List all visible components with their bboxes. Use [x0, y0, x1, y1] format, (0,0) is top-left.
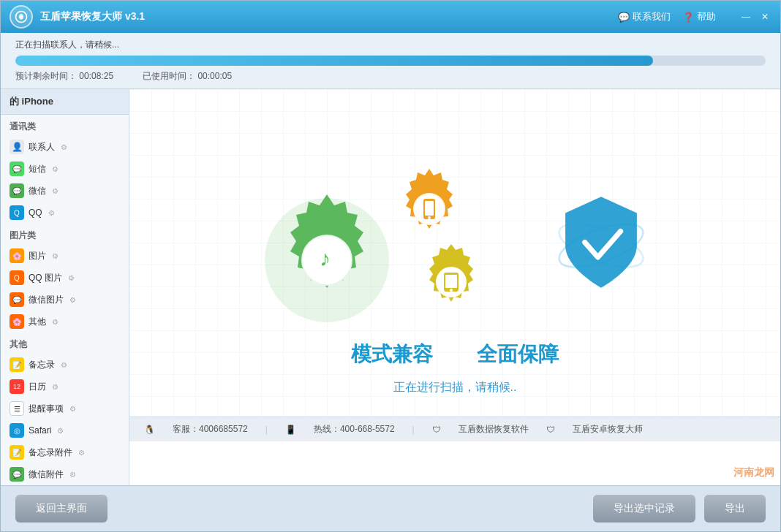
illustration: ♪: [254, 165, 656, 395]
bottom-right-buttons: 导出选中记录 导出: [593, 495, 766, 522]
other-photos-icon: 🌸: [10, 314, 24, 329]
scan-text: 正在扫描联系人，请稍候...: [15, 39, 766, 51]
app-title: 互盾苹果恢复大师 v3.1: [40, 10, 618, 23]
qqphoto-icon: Q: [10, 270, 24, 285]
software1-label[interactable]: 互盾数据恢复软件: [459, 423, 529, 436]
software1-icon: 🛡: [432, 425, 441, 435]
wechat-attach-icon: 💬: [10, 467, 24, 482]
sidebar-item-wechatphoto[interactable]: 💬 微信图片 ⚙: [1, 289, 129, 311]
sidebar-item-contacts[interactable]: 👤 联系人 ⚙: [1, 136, 129, 158]
svg-point-10: [428, 216, 431, 219]
back-to-main-button[interactable]: 返回主界面: [15, 495, 107, 522]
sidebar-item-wechat-attach[interactable]: 💬 微信附件 ⚙: [1, 463, 129, 485]
contacts-icon: 👤: [10, 140, 24, 154]
scan-times: 预计剩余时间： 00:08:25 已使用时间： 00:00:05: [15, 70, 766, 83]
bottom-bar: 返回主界面 导出选中记录 导出: [1, 485, 780, 531]
progress-fill: [15, 56, 653, 66]
app-logo: [10, 5, 33, 28]
section-title-other: 其他: [1, 332, 129, 354]
device-name: 的 iPhone: [1, 89, 129, 115]
sidebar-item-qqphoto[interactable]: Q QQ 图片 ⚙: [1, 267, 129, 289]
tagline-right: 全面保障: [477, 341, 559, 368]
wechatphoto-icon: 💬: [10, 292, 24, 307]
export-all-button[interactable]: 导出: [704, 495, 766, 522]
main-window: 互盾苹果恢复大师 v3.1 💬 联系我们 ❓ 帮助 — ✕ 正在扫描联系人，请稍…: [0, 0, 781, 532]
svg-point-1: [20, 15, 23, 19]
sidebar-item-other-photos[interactable]: 🌸 其他 ⚙: [1, 311, 129, 332]
contact-us-button[interactable]: 💬 联系我们: [618, 10, 671, 23]
help-icon: ❓: [682, 12, 694, 23]
svg-text:♪: ♪: [320, 246, 331, 270]
calendar-icon: 12: [10, 379, 24, 394]
software2-icon: 🛡: [546, 425, 555, 435]
qq-icon: Q: [10, 205, 24, 220]
sidebar-item-calendar[interactable]: 12 日历 ⚙: [1, 376, 129, 398]
watermark: 河南龙网: [733, 466, 774, 479]
tagline: 模式兼容 全面保障: [351, 341, 559, 368]
sidebar-item-safari[interactable]: ◎ Safari ⚙: [1, 419, 129, 441]
section-title-comms: 通讯类: [1, 115, 129, 136]
time-remaining: 预计剩余时间： 00:08:25: [15, 70, 113, 83]
footer-bar: 🐧 客服：4006685572 | 📱 热线：400-668-5572 | 🛡 …: [129, 417, 780, 441]
sidebar-item-qq[interactable]: Q QQ ⚙: [1, 202, 129, 224]
hotline-icon: 📱: [285, 425, 296, 435]
scanbar: 正在扫描联系人，请稍候... 预计剩余时间： 00:08:25 已使用时间： 0…: [1, 33, 780, 89]
notes-icon: 📝: [10, 357, 24, 372]
software2-label[interactable]: 互盾安卓恢复大师: [573, 423, 643, 436]
service-icon: 🐧: [144, 425, 155, 435]
sidebar-item-photos[interactable]: 🌸 图片 ⚙: [1, 245, 129, 267]
titlebar: 互盾苹果恢复大师 v3.1 💬 联系我们 ❓ 帮助 — ✕: [1, 1, 780, 33]
sidebar-item-reminder[interactable]: ☰ 提醒事项 ⚙: [1, 398, 129, 419]
tagline-left: 模式兼容: [351, 341, 433, 368]
gears-container: ♪: [254, 165, 656, 326]
close-button[interactable]: ✕: [758, 10, 771, 23]
help-button[interactable]: ❓ 帮助: [682, 10, 716, 23]
progress-track: [15, 56, 766, 66]
safari-icon: ◎: [10, 423, 24, 438]
sidebar-item-wechat[interactable]: 💬 微信 ⚙: [1, 180, 129, 202]
svg-point-15: [450, 289, 453, 292]
sidebar: 的 iPhone 通讯类 👤 联系人 ⚙ 💬 短信 ⚙ 💬 微信 ⚙ Q QQ: [1, 89, 129, 485]
gears-svg: ♪: [254, 165, 532, 326]
hotline-label[interactable]: 热线：400-668-5572: [314, 423, 395, 436]
service-label[interactable]: 客服：4006685572: [173, 423, 248, 436]
notepad-attach-icon: 📝: [10, 445, 24, 460]
window-controls: — ✕: [739, 10, 771, 23]
svg-rect-9: [425, 201, 434, 216]
minimize-button[interactable]: —: [739, 10, 752, 23]
export-selected-button[interactable]: 导出选中记录: [593, 495, 695, 522]
main-content: 的 iPhone 通讯类 👤 联系人 ⚙ 💬 短信 ⚙ 💬 微信 ⚙ Q QQ: [1, 89, 780, 485]
logo-icon: [14, 10, 29, 24]
section-title-photos: 图片类: [1, 224, 129, 245]
reminder-icon: ☰: [10, 401, 24, 416]
scan-status-text: 正在进行扫描，请稍候..: [393, 380, 517, 395]
content-panel: ♪: [129, 89, 780, 485]
photos-icon: 🌸: [10, 248, 24, 263]
time-used: 已使用时间： 00:00:05: [143, 70, 232, 83]
titlebar-actions: 💬 联系我们 ❓ 帮助 — ✕: [618, 10, 771, 23]
sms-icon: 💬: [10, 162, 24, 176]
chat-icon: 💬: [618, 12, 630, 23]
sidebar-item-notepad-attach[interactable]: 📝 备忘录附件 ⚙: [1, 441, 129, 463]
shield-svg: [546, 187, 656, 304]
sidebar-item-sms[interactable]: 💬 短信 ⚙: [1, 158, 129, 180]
svg-rect-14: [445, 275, 457, 288]
wechat-icon: 💬: [10, 183, 24, 198]
sidebar-item-notes[interactable]: 📝 备忘录 ⚙: [1, 354, 129, 376]
